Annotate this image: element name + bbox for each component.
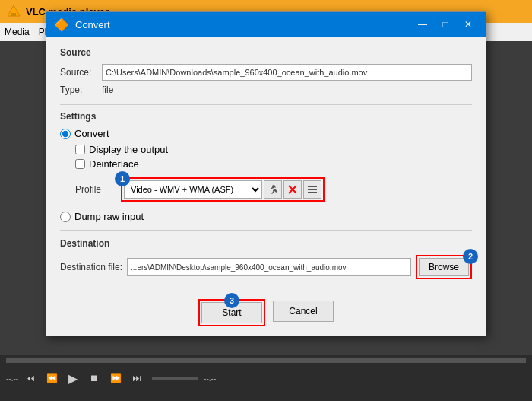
svg-rect-1 bbox=[11, 13, 16, 16]
profile-row: Profile 1 Video - WMV + WMA (ASF) Video … bbox=[75, 177, 472, 202]
dump-radio[interactable] bbox=[60, 212, 71, 222]
next-button[interactable]: ⏭ bbox=[128, 369, 146, 387]
deinterlace-label: Deinterlace bbox=[89, 158, 139, 170]
profile-controls-wrapper: 1 Video - WMV + WMA (ASF) Video - H.264 … bbox=[121, 177, 325, 202]
menu-media[interactable]: Media bbox=[5, 27, 30, 37]
maximize-button[interactable]: □ bbox=[435, 17, 455, 32]
badge-2: 2 bbox=[463, 249, 478, 264]
destination-section-label: Destination bbox=[60, 238, 472, 249]
type-label: Type: bbox=[60, 84, 102, 95]
profile-delete-button[interactable] bbox=[283, 180, 302, 199]
start-wrapper: 3 Start bbox=[198, 299, 265, 326]
profile-select[interactable]: Video - WMV + WMA (ASF) Video - H.264 + … bbox=[124, 180, 262, 199]
svg-rect-4 bbox=[308, 186, 317, 187]
window-controls: — □ ✕ bbox=[413, 17, 478, 32]
profile-add-button[interactable] bbox=[303, 180, 321, 199]
display-output-label: Display the output bbox=[89, 144, 168, 155]
time-left: --:-- bbox=[6, 374, 18, 383]
deinterlace-checkbox[interactable] bbox=[75, 159, 85, 169]
display-output-checkbox[interactable] bbox=[75, 145, 85, 154]
x-icon bbox=[287, 184, 298, 195]
forward-button[interactable]: ⏩ bbox=[106, 369, 125, 387]
source-input[interactable] bbox=[102, 64, 472, 81]
vlc-icon bbox=[6, 4, 21, 19]
settings-section-label: Settings bbox=[60, 111, 472, 122]
type-value: file bbox=[102, 84, 113, 95]
source-section: Source Source: Type: file bbox=[60, 47, 472, 95]
settings-section: Settings Convert Display the output Dein… bbox=[60, 111, 472, 222]
minimize-button[interactable]: — bbox=[413, 17, 432, 32]
browse-wrapper: 2 Browse bbox=[416, 255, 472, 279]
dialog-icon: 🔶 bbox=[54, 18, 69, 32]
browse-button[interactable]: Browse bbox=[419, 258, 469, 276]
time-right: --:-- bbox=[204, 374, 216, 383]
badge-1: 1 bbox=[115, 171, 130, 186]
cancel-button[interactable]: Cancel bbox=[273, 301, 334, 322]
play-button[interactable]: ▶ bbox=[64, 369, 82, 387]
divider-2 bbox=[60, 230, 472, 231]
dest-file-row: Destination file: 2 Browse bbox=[60, 255, 472, 279]
dest-file-input[interactable] bbox=[127, 258, 411, 276]
dialog-title-area: 🔶 Convert bbox=[54, 18, 110, 32]
convert-radio-row: Convert bbox=[60, 128, 472, 139]
prev-button[interactable]: ⏮ bbox=[21, 369, 40, 387]
dialog-title: Convert bbox=[75, 19, 110, 30]
dump-raw-row: Dump raw input bbox=[60, 211, 472, 222]
convert-label: Convert bbox=[74, 128, 109, 139]
vlc-volume-bar[interactable] bbox=[152, 377, 198, 380]
svg-rect-6 bbox=[308, 192, 317, 193]
vlc-seekbar[interactable] bbox=[6, 358, 526, 363]
dialog-footer: 3 Start Cancel bbox=[46, 290, 486, 336]
dialog-content: Source Source: Type: file Settings Conve… bbox=[46, 37, 486, 290]
display-output-row: Display the output bbox=[75, 144, 472, 155]
list-icon bbox=[307, 184, 318, 195]
source-label: Source: bbox=[60, 67, 102, 78]
vlc-bottom-controls: --:-- ⏮ ⏪ ▶ ⏹ ⏩ ⏭ --:-- bbox=[0, 355, 532, 401]
deinterlace-row: Deinterlace bbox=[75, 158, 472, 170]
stop-button[interactable]: ⏹ bbox=[85, 369, 103, 387]
wrench-icon bbox=[268, 184, 278, 195]
vlc-controls-row: --:-- ⏮ ⏪ ▶ ⏹ ⏩ ⏭ --:-- bbox=[0, 366, 532, 390]
type-field-row: Type: file bbox=[60, 84, 472, 95]
convert-radio[interactable] bbox=[60, 129, 71, 139]
badge-3: 3 bbox=[224, 293, 239, 308]
close-button[interactable]: ✕ bbox=[458, 17, 478, 32]
dest-file-label: Destination file: bbox=[60, 262, 122, 272]
destination-section: Destination Destination file: 2 Browse bbox=[60, 238, 472, 279]
svg-rect-5 bbox=[308, 189, 317, 190]
dialog-titlebar: 🔶 Convert — □ ✕ bbox=[46, 12, 486, 37]
dump-label: Dump raw input bbox=[74, 211, 144, 222]
profile-settings-button[interactable] bbox=[264, 180, 282, 199]
profile-label: Profile bbox=[75, 184, 121, 195]
convert-dialog: 🔶 Convert — □ ✕ Source Source: Type: fil… bbox=[46, 11, 486, 336]
source-field-row: Source: bbox=[60, 64, 472, 81]
rewind-button[interactable]: ⏪ bbox=[43, 369, 61, 387]
source-section-label: Source bbox=[60, 47, 472, 58]
divider-1 bbox=[60, 104, 472, 105]
